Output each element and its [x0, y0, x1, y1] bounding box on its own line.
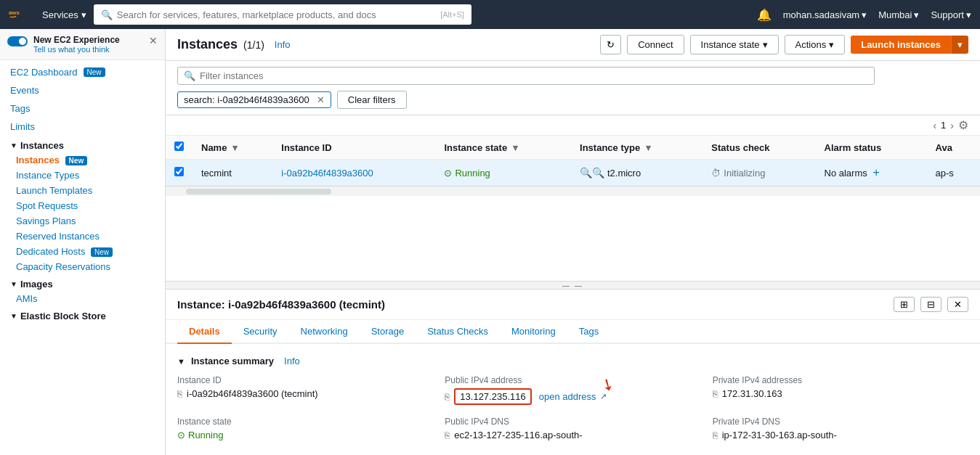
region-menu[interactable]: Mumbai ▾	[878, 9, 919, 20]
add-alarm-button[interactable]: +	[872, 166, 879, 179]
svg-text:aws: aws	[9, 9, 20, 16]
sidebar-section-images[interactable]: ▼ Images	[0, 274, 165, 291]
split-pane-handle[interactable]: — —	[166, 281, 980, 290]
global-search[interactable]: 🔍 [Alt+S]	[94, 4, 471, 25]
select-all-checkbox[interactable]	[174, 142, 184, 151]
support-menu[interactable]: Support ▾	[931, 9, 971, 20]
user-menu[interactable]: mohan.sadasivam ▾	[783, 9, 867, 20]
summary-collapse-arrow[interactable]: ▼	[177, 357, 185, 366]
drag-handle-icon: — —	[562, 282, 583, 290]
search-input[interactable]	[117, 9, 436, 20]
sidebar-item-instance-types[interactable]: Instance Types	[0, 168, 165, 183]
main-content: Instances (1/1) Info ↻ Connect Instance …	[166, 29, 980, 455]
sidebar-item-ec2dashboard[interactable]: EC2 Dashboard New	[0, 63, 165, 81]
tab-details[interactable]: Details	[177, 320, 232, 344]
sidebar-item-dedicated-hosts[interactable]: Dedicated Hosts New	[0, 244, 165, 259]
images-section-arrow: ▼	[10, 280, 17, 288]
detail-instance-state: Instance state ⊙ Running	[177, 417, 433, 440]
sidebar-item-limits[interactable]: Limits	[0, 118, 165, 136]
ebs-section-arrow: ▼	[10, 312, 17, 320]
info-link[interactable]: Info	[275, 39, 291, 50]
open-address-link[interactable]: open address	[539, 391, 596, 402]
detail-view-toggle-1[interactable]: ⊞	[894, 297, 915, 312]
filter-chips: search: i-0a92b46f4839a3600 ✕ Clear filt…	[177, 91, 968, 109]
search-box[interactable]: 🔍	[177, 67, 875, 85]
header-name[interactable]: Name ▾	[193, 136, 272, 160]
sidebar-section-instances[interactable]: ▼ Instances	[0, 136, 165, 152]
detail-close-button[interactable]: ✕	[947, 297, 968, 312]
header-instance-id[interactable]: Instance ID	[272, 136, 435, 160]
launch-instances-dropdown-button[interactable]: ▾	[951, 36, 968, 54]
new-ec2-experience-banner: New EC2 Experience Tell us what you thin…	[0, 29, 165, 60]
row-checkbox[interactable]	[174, 167, 184, 176]
instance-state-button[interactable]: Instance state ▾	[690, 35, 779, 54]
summary-info-link[interactable]: Info	[284, 356, 300, 366]
sidebar-item-amis[interactable]: AMIs	[0, 291, 165, 306]
close-new-experience-button[interactable]: ✕	[149, 35, 158, 46]
launch-instances-split-button[interactable]: Launch instances ▾	[851, 36, 968, 54]
table-settings-button[interactable]: ⚙	[958, 118, 968, 132]
sidebar-item-capacity-reservations[interactable]: Capacity Reservations	[0, 259, 165, 274]
sidebar-item-spot-requests[interactable]: Spot Requests	[0, 198, 165, 213]
tab-tags[interactable]: Tags	[567, 320, 610, 344]
refresh-button[interactable]: ↻	[600, 35, 621, 54]
row-state: ⊙ Running	[435, 160, 571, 186]
copy-private-ip-icon[interactable]: ⎘	[713, 389, 718, 399]
page-number: 1	[941, 120, 946, 131]
sidebar-item-savings-plans[interactable]: Savings Plans	[0, 213, 165, 229]
public-ip-highlight: 13.127.235.116	[454, 388, 531, 405]
copy-instance-id-icon[interactable]: ⎘	[177, 389, 182, 399]
sidebar-item-launch-templates[interactable]: Launch Templates	[0, 183, 165, 198]
sidebar-item-events[interactable]: Events	[0, 81, 165, 99]
aws-logo: aws	[9, 6, 35, 23]
detail-content: ▼ Instance summary Info Instance ID ⎘ i-…	[166, 344, 980, 452]
sidebar-item-reserved-instances[interactable]: Reserved Instances	[0, 229, 165, 244]
launch-instances-button[interactable]: Launch instances	[851, 36, 951, 54]
horizontal-scrollbar[interactable]	[166, 186, 980, 196]
toolbar-actions: ↻ Connect Instance state ▾ Actions ▾ Lau…	[600, 35, 968, 54]
detail-instance-id: Instance ID ⎘ i-0a92b46f4839a3600 (tecmi…	[177, 375, 433, 405]
header-instance-type[interactable]: Instance type ▾	[571, 136, 702, 160]
tab-status-checks[interactable]: Status Checks	[416, 320, 500, 344]
connect-button[interactable]: Connect	[627, 35, 684, 54]
filter-chip-remove-button[interactable]: ✕	[317, 94, 325, 105]
clear-filters-button[interactable]: Clear filters	[337, 91, 407, 109]
copy-public-dns-icon[interactable]: ⎘	[445, 430, 450, 440]
next-page-button[interactable]: ›	[950, 120, 954, 131]
instance-id-link[interactable]: i-0a92b46f4839a3600	[281, 168, 373, 179]
tab-networking[interactable]: Networking	[289, 320, 360, 344]
services-menu[interactable]: Services ▾	[42, 9, 86, 20]
detail-private-dns: Private IPv4 DNS ⎘ ip-172-31-30-163.ap-s…	[713, 417, 968, 440]
row-checkbox-cell	[166, 160, 193, 186]
scrollbar-thumb[interactable]	[186, 189, 331, 194]
tab-security[interactable]: Security	[232, 320, 289, 344]
filter-input[interactable]	[200, 70, 868, 81]
new-experience-toggle[interactable]	[7, 36, 28, 46]
sidebar-menu: EC2 Dashboard New Events Tags Limits ▼ I…	[0, 60, 165, 326]
prev-page-button[interactable]: ‹	[933, 120, 936, 131]
copy-public-ip-icon[interactable]: ⎘	[445, 392, 450, 402]
instance-state-arrow-icon: ▾	[763, 39, 768, 50]
sidebar-item-tags[interactable]: Tags	[0, 99, 165, 118]
pagination-bar: ‹ 1 › ⚙	[166, 115, 980, 136]
detail-tabs: Details Security Networking Storage Stat…	[166, 320, 980, 344]
filter-search-icon: 🔍	[184, 70, 195, 81]
sidebar-section-ebs[interactable]: ▼ Elastic Block Store	[0, 306, 165, 323]
tab-storage[interactable]: Storage	[360, 320, 416, 344]
row-name: tecmint	[193, 160, 272, 186]
top-navigation: aws Services ▾ 🔍 [Alt+S] 🔔 mohan.sadasiv…	[0, 0, 980, 29]
header-instance-state[interactable]: Instance state ▾	[435, 136, 571, 160]
name-sort-icon: ▾	[232, 142, 238, 153]
page-title: Instances	[177, 37, 238, 52]
header-alarm-status[interactable]: Alarm status	[816, 136, 927, 160]
header-az: Ava	[927, 136, 980, 160]
tab-monitoring[interactable]: Monitoring	[500, 320, 567, 344]
copy-private-dns-icon[interactable]: ⎘	[713, 430, 718, 440]
filter-chip-search: search: i-0a92b46f4839a3600 ✕	[177, 91, 331, 108]
detail-view-toggle-2[interactable]: ⊟	[920, 297, 941, 312]
header-status-check[interactable]: Status check	[702, 136, 815, 160]
notifications-icon[interactable]: 🔔	[757, 8, 772, 22]
sidebar-item-instances[interactable]: Instances New	[0, 152, 165, 168]
table-row[interactable]: tecmint i-0a92b46f4839a3600 ⊙ Running 🔍🔍	[166, 160, 980, 186]
actions-button[interactable]: Actions ▾	[785, 35, 846, 54]
